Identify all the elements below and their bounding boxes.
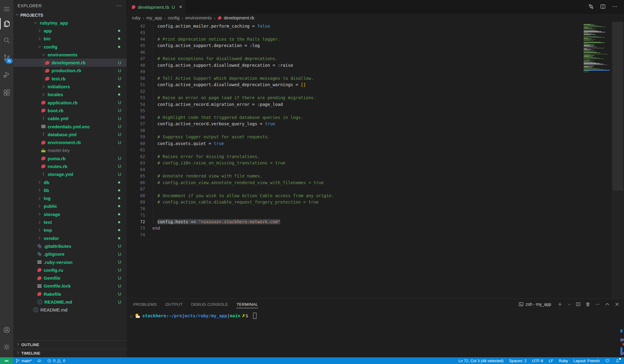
close-icon[interactable] [614, 302, 620, 307]
problems-status[interactable]: 00 [44, 357, 68, 364]
tree-folder-test[interactable]: test [13, 218, 127, 226]
minimap[interactable] [584, 23, 612, 72]
indentation[interactable]: Spaces: 2 [506, 359, 529, 363]
breadcrumb-item[interactable]: ruby [132, 15, 141, 20]
scrollbar-slider[interactable] [612, 22, 623, 190]
encoding[interactable]: UTF-8 [529, 359, 546, 363]
tree-folder-tmp[interactable]: tmp [13, 226, 127, 234]
tree-file-application.rb[interactable]: application.rbU [13, 99, 127, 106]
tree-item-label: .gitignore [44, 251, 64, 257]
code-text: # Raise exceptions for disallowed deprec… [152, 56, 278, 61]
tree-file-cable.yml[interactable]: !cable.ymlU [13, 115, 127, 123]
feedback-icon[interactable] [602, 359, 612, 363]
eol[interactable]: LF [546, 359, 556, 363]
activity-account-icon[interactable] [0, 323, 13, 337]
publish-changes[interactable] [34, 357, 44, 364]
minimap-line [584, 72, 612, 72]
breadcrumb-item[interactable]: my_app [146, 15, 162, 20]
terminal[interactable]: ○stackhero:~/projects/ruby/my_app|main ✗… [127, 310, 624, 319]
breadcrumb-item[interactable]: config [168, 15, 180, 20]
section-header-outline[interactable]: OUTLINE [13, 340, 127, 349]
code-line-68: 68 # Uncomment if you wish to allow Acti… [127, 192, 624, 199]
panel-tab-debug-console[interactable]: DEBUG CONSOLE [191, 299, 228, 310]
tree-folder-environments[interactable]: environments [13, 51, 127, 59]
line-number: 45 [127, 43, 145, 48]
tree-file-production.rb[interactable]: production.rbU [13, 67, 127, 75]
ruby-file-icon [131, 5, 136, 9]
tree-file-Gemfile[interactable]: GemfileU [13, 274, 127, 282]
panel-tab-problems[interactable]: PROBLEMS [133, 299, 157, 310]
tree-file-master.key[interactable]: master.key [13, 147, 127, 154]
tree-folder-bin[interactable]: bin [13, 35, 127, 43]
tree-file-.gitattributes[interactable]: .gitattributesU [13, 242, 127, 250]
remote-indicator[interactable]: >< [0, 357, 13, 364]
tree-folder-locales[interactable]: locales [13, 91, 127, 99]
tree-file-Gemfile.lock[interactable]: Gemfile.lockU [13, 282, 127, 290]
plus-icon[interactable] [557, 302, 563, 307]
tree-folder-log[interactable]: log [13, 194, 127, 202]
tree-folder-ruby-my_app[interactable]: ruby/my_app [13, 19, 127, 27]
code-editor[interactable]: 42 config.action_mailer.perform_caching … [127, 22, 624, 298]
tree-folder-public[interactable]: public [13, 202, 127, 210]
chevron-down-icon[interactable] [567, 302, 571, 307]
tree-folder-config[interactable]: config [13, 43, 127, 51]
tree-folder-lib[interactable]: lib [13, 186, 127, 194]
terminal-session-label[interactable]: zsh - my_app [518, 302, 551, 307]
activity-search-icon[interactable] [0, 34, 13, 47]
activity-explorer-icon[interactable] [0, 17, 13, 30]
panel-tab-terminal[interactable]: TERMINAL [236, 299, 258, 310]
tree-file-environment.rb[interactable]: environment.rbU [13, 138, 127, 146]
tree-file-.ruby-version[interactable]: .ruby-versionU [13, 258, 127, 266]
code-line-57: 57 config.active_record.verbose_query_lo… [127, 121, 624, 127]
notifications-bell-icon[interactable] [612, 359, 624, 363]
tree-file-README.md[interactable]: iREADME.md [13, 306, 127, 314]
tree-folder-vendor[interactable]: vendor [13, 234, 127, 242]
tree-folder-app[interactable]: app [13, 27, 127, 35]
git-branch-status[interactable]: main* [13, 357, 34, 364]
keyboard-layout[interactable]: Layout: French [571, 359, 602, 363]
code-line-53: 53 # Raise an error on page load if ther… [127, 95, 624, 101]
split-editor-icon[interactable] [600, 3, 606, 11]
cursor-position[interactable]: Ln 72, Col 3 (48 selected) [456, 359, 506, 363]
activity-menu-icon[interactable] [0, 2, 13, 16]
tree-file-credentials.yml.enc[interactable]: credentials.yml.encU [13, 123, 127, 130]
activity-settings-gear-icon[interactable] [0, 340, 13, 354]
section-header-timeline[interactable]: TIMELINE [13, 349, 127, 357]
chevron-up-icon[interactable] [605, 302, 610, 307]
tree-file-test.rb[interactable]: test.rbU [13, 75, 127, 83]
tree-file-development.rb[interactable]: development.rbU [13, 59, 127, 66]
panel-tab-output[interactable]: OUTPUT [165, 299, 182, 310]
close-icon[interactable]: × [179, 4, 182, 10]
code-line-69: 69 # config.action_cable.disable_request… [127, 199, 624, 206]
activity-run-debug-icon[interactable] [0, 68, 13, 81]
tree-folder-db[interactable]: db [13, 178, 127, 186]
tree-file-.gitignore[interactable]: .gitignoreU [13, 250, 127, 258]
tree-file-Rakefile[interactable]: RakefileU [13, 290, 127, 298]
tree-file-README.md[interactable]: iREADME.mdU [13, 298, 127, 306]
split-editor-icon[interactable] [575, 302, 581, 307]
ruby-file-icon [45, 61, 50, 65]
ellipsis-icon[interactable] [612, 3, 618, 11]
tab-development-rb[interactable]: development.rb U × [127, 0, 186, 14]
more-actions-icon[interactable]: ··· [116, 2, 122, 9]
language-mode[interactable]: Ruby [556, 359, 571, 363]
breadcrumb-item[interactable]: development.rb [224, 15, 254, 20]
activity-source-control-icon[interactable]: 71 [0, 51, 13, 64]
tree-file-storage.yml[interactable]: !storage.ymlU [13, 170, 127, 178]
tree-file-puma.rb[interactable]: puma.rbU [13, 154, 127, 162]
tree-file-database.yml[interactable]: !database.ymlU [13, 130, 127, 138]
trash-icon[interactable] [585, 302, 591, 307]
chevron-down-icon [33, 21, 38, 25]
editor-scrollbar[interactable] [612, 22, 624, 298]
projects-section-header[interactable]: PROJECTS [13, 11, 127, 19]
tree-file-boot.rb[interactable]: boot.rbU [13, 106, 127, 114]
compare-changes-icon[interactable] [588, 3, 594, 11]
tree-folder-initializers[interactable]: initializers [13, 83, 127, 90]
tree-folder-storage[interactable]: storage [13, 210, 127, 218]
tree-file-config.ru[interactable]: config.ruU [13, 266, 127, 274]
selection-highlight: config.hosts << "<xxxxxx>.stackhero-netw… [158, 219, 280, 224]
tree-file-routes.rb[interactable]: routes.rbU [13, 162, 127, 170]
activity-extensions-icon[interactable] [0, 86, 13, 99]
breadcrumb-item[interactable]: environments [185, 15, 212, 20]
ellipsis-icon[interactable] [595, 302, 600, 307]
